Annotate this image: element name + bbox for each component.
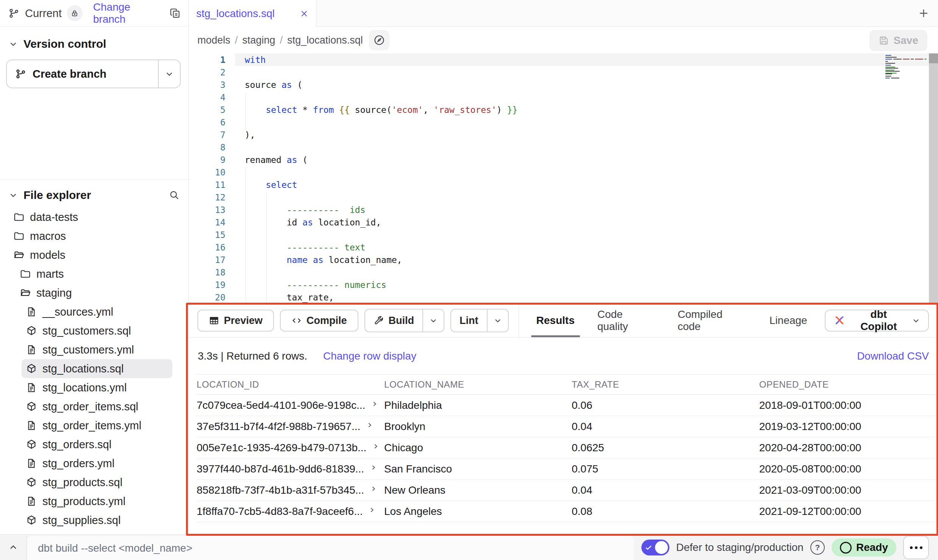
lineage-compass-button[interactable] bbox=[369, 30, 389, 50]
file-item-stg-locations-yml[interactable]: stg_locations.yml bbox=[22, 378, 172, 397]
file-item-stg-products-sql[interactable]: stg_products.sql bbox=[22, 473, 172, 492]
code-line-20: 20 tax_rate, bbox=[189, 291, 938, 303]
ellipsis-icon bbox=[910, 546, 913, 549]
command-placeholder: dbt build --select <model_name> bbox=[38, 542, 192, 554]
file-item-marts[interactable]: marts bbox=[16, 264, 172, 283]
expand-row-icon[interactable] bbox=[366, 421, 374, 429]
file-item-label: models bbox=[30, 249, 66, 261]
close-icon[interactable] bbox=[299, 9, 309, 19]
tab-compiled-code[interactable]: Compiled code bbox=[666, 304, 758, 337]
breadcrumb-models[interactable]: models bbox=[197, 34, 230, 46]
more-options-button[interactable] bbox=[903, 536, 929, 559]
save-button[interactable]: Save bbox=[869, 30, 927, 51]
expand-row-icon[interactable] bbox=[368, 506, 376, 514]
search-icon[interactable] bbox=[169, 189, 180, 201]
tab-stg-locations[interactable]: stg_locations.sql bbox=[189, 0, 316, 27]
code-line-1: 1with bbox=[189, 53, 938, 66]
lint-menu-button[interactable] bbox=[487, 310, 508, 332]
cell: 2018-09-01T00:00:00 bbox=[759, 395, 938, 416]
file-item-data-tests[interactable]: data-tests bbox=[9, 208, 172, 227]
version-control-header[interactable]: Version control bbox=[0, 27, 188, 50]
file-item-label: stg_locations.yml bbox=[42, 382, 127, 394]
chevron-down-icon bbox=[8, 39, 18, 49]
expand-row-icon[interactable] bbox=[369, 463, 378, 472]
file-item-staging[interactable]: staging bbox=[16, 283, 172, 302]
dbt-copilot-button[interactable]: dbt Copilot bbox=[825, 310, 929, 332]
expand-row-icon[interactable] bbox=[372, 442, 380, 451]
new-tab-button[interactable] bbox=[918, 7, 930, 19]
file-item-stg-supplies-sql[interactable]: stg_supplies.sql bbox=[22, 511, 172, 530]
collapse-panel-button[interactable] bbox=[0, 535, 26, 560]
file-item-stg-locations-sql[interactable]: stg_locations.sql bbox=[22, 359, 172, 378]
toggle-knob bbox=[655, 541, 668, 554]
table-row: 1f8ffa70-7cb5-4d83-8a7f-9aceef6...Los An… bbox=[196, 501, 938, 522]
cell: Philadelphia bbox=[384, 395, 571, 416]
chevron-up-icon bbox=[8, 542, 19, 553]
compile-button[interactable]: Compile bbox=[280, 310, 358, 332]
tab-results[interactable]: Results bbox=[525, 304, 586, 337]
file-item-stg-customers-sql[interactable]: stg_customers.sql bbox=[22, 321, 172, 340]
line-number: 11 bbox=[189, 180, 228, 190]
file-item-stg-customers-yml[interactable]: stg_customers.yml bbox=[22, 340, 172, 359]
defer-toggle[interactable] bbox=[641, 540, 669, 555]
file-item-macros[interactable]: macros bbox=[9, 227, 172, 246]
preview-button[interactable]: Preview bbox=[197, 310, 274, 332]
code-text: name as location_name, bbox=[228, 255, 402, 265]
tab-bar: stg_locations.sql bbox=[189, 0, 938, 27]
file-item--sources-yml[interactable]: __sources.yml bbox=[22, 302, 172, 321]
file-item-label: __sources.yml bbox=[42, 306, 113, 318]
code-line-15: 15 bbox=[189, 228, 938, 241]
code-text: ---------- ids bbox=[228, 205, 366, 215]
cell: 0.04 bbox=[571, 480, 759, 501]
cell-location-id: 37e5f311-b7f4-4f2f-988b-719657... bbox=[196, 416, 384, 437]
command-input[interactable]: dbt build --select <model_name> bbox=[27, 536, 634, 560]
column-header-tax_rate: TAX_RATE bbox=[571, 375, 759, 395]
branch-lock-badge bbox=[67, 5, 83, 21]
build-menu-button[interactable] bbox=[422, 310, 444, 332]
change-branch-link[interactable]: Change branch bbox=[93, 1, 164, 25]
change-row-display-link[interactable]: Change row display bbox=[323, 350, 416, 362]
create-branch-button[interactable]: Create branch bbox=[7, 60, 158, 88]
results-table: LOCATION_IDLOCATION_NAMETAX_RATEOPENED_D… bbox=[196, 374, 938, 522]
line-number: 16 bbox=[189, 242, 228, 252]
breadcrumb-staging[interactable]: staging bbox=[242, 34, 275, 46]
copy-icon[interactable] bbox=[169, 8, 181, 19]
file-explorer-title: File explorer bbox=[23, 189, 91, 202]
model-icon bbox=[26, 515, 37, 526]
code-line-14: 14 id as location_id, bbox=[189, 216, 938, 228]
file-item-stg-products-yml[interactable]: stg_products.yml bbox=[22, 492, 172, 511]
help-icon[interactable]: ? bbox=[810, 540, 825, 555]
file-explorer-header[interactable]: File explorer bbox=[0, 180, 188, 202]
line-number: 8 bbox=[189, 142, 228, 152]
create-branch-menu-button[interactable] bbox=[158, 60, 180, 88]
editor-scrollbar[interactable] bbox=[929, 53, 938, 304]
code-editor[interactable]: 1with23source as (45 select * from {{ so… bbox=[189, 53, 938, 304]
build-button[interactable]: Build bbox=[365, 310, 423, 332]
file-item-stg-order-items-sql[interactable]: stg_order_items.sql bbox=[22, 397, 172, 416]
tab-lineage[interactable]: Lineage bbox=[758, 304, 819, 337]
cell: 0.04 bbox=[571, 416, 759, 437]
breadcrumb-row: models / staging / stg_locations.sql Sav… bbox=[189, 27, 938, 54]
file-item-stg-orders-sql[interactable]: stg_orders.sql bbox=[22, 435, 172, 454]
download-csv-link[interactable]: Download CSV bbox=[857, 350, 929, 362]
code-line-3: 3source as ( bbox=[189, 78, 938, 91]
table-row: 37e5f311-b7f4-4f2f-988b-719657...Brookly… bbox=[196, 416, 938, 437]
file-item-stg-orders-yml[interactable]: stg_orders.yml bbox=[22, 454, 172, 473]
scrollbar-thumb[interactable] bbox=[929, 53, 938, 63]
build-split-button: Build bbox=[364, 309, 445, 332]
expand-row-icon[interactable] bbox=[369, 485, 378, 493]
lint-button[interactable]: Lint bbox=[451, 310, 486, 332]
file-icon bbox=[26, 382, 37, 393]
file-item-models[interactable]: models bbox=[9, 246, 172, 264]
floppy-save-icon bbox=[879, 35, 889, 46]
expand-row-icon[interactable] bbox=[371, 400, 379, 408]
indent-guide bbox=[245, 93, 246, 130]
column-header-location_id: LOCATION_ID bbox=[196, 375, 384, 395]
file-item-stg-order-items-yml[interactable]: stg_order_items.yml bbox=[22, 416, 172, 435]
tab-title: stg_locations.sql bbox=[196, 8, 295, 20]
folder-icon bbox=[13, 211, 25, 223]
code-line-9: 9renamed as ( bbox=[189, 153, 938, 166]
breadcrumb-file[interactable]: stg_locations.sql bbox=[287, 34, 363, 46]
tab-code-quality[interactable]: Code quality bbox=[586, 304, 666, 337]
breadcrumb: models / staging / stg_locations.sql bbox=[197, 34, 363, 46]
